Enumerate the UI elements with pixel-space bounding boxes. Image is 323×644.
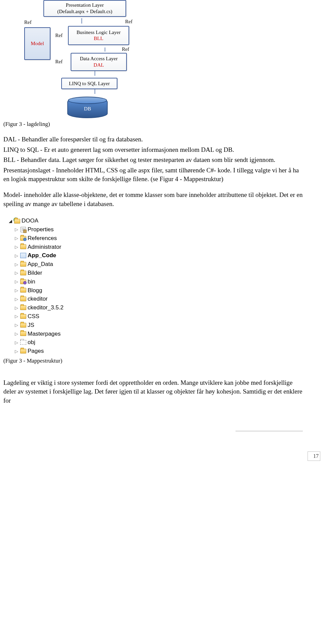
tree-item-icon [20,227,26,232]
tree-item-label: App_Code [28,251,56,260]
chevron-right-icon[interactable]: ▷ [14,262,19,267]
paragraph-bll: BLL - Behandler data. Laget sørger for s… [3,156,303,165]
chevron-right-icon[interactable]: ▷ [14,314,19,318]
dal-line2: DAL [73,62,125,68]
tree-item-label: JS [28,321,34,329]
tree-item[interactable]: ▷Administrator [14,243,96,251]
ref-label: Ref [51,32,64,39]
chevron-right-icon[interactable]: ▷ [14,227,19,232]
chevron-right-icon[interactable]: ▷ [14,245,19,249]
tree-item[interactable]: ▷CSS [14,312,96,321]
tree-item-label: Masterpages [28,330,61,338]
tree-item-icon [20,296,26,302]
tree-item-icon [20,340,26,345]
tree-item[interactable]: ▷ckeditor [14,295,96,303]
chevron-right-icon[interactable]: ▷ [14,297,19,301]
tree-item-label: Pages [28,347,44,355]
tree-item-icon [20,305,26,310]
tree-item-icon [20,314,26,319]
chevron-right-icon[interactable]: ▷ [14,323,19,327]
bll-box: Business Logic Layer BLL [68,26,129,45]
tree-root[interactable]: ◢ DOOA [8,216,96,225]
chevron-right-icon[interactable]: ▷ [14,279,19,284]
chevron-right-icon[interactable]: ▷ [14,349,19,353]
bll-line1: Business Logic Layer [70,29,127,36]
tree-item[interactable]: ▷bin [14,277,96,286]
page-number: 17 [308,451,320,461]
tree-item[interactable]: ▷JS [14,321,96,330]
tree-item[interactable]: ▷References [14,234,96,243]
tree-item-label: ckeditor [28,295,48,303]
db-label: DB [68,105,107,112]
model-box: Model [24,27,50,60]
tree-item-label: References [28,234,57,242]
chevron-right-icon[interactable]: ▷ [14,332,19,336]
tree-item[interactable]: ▷Blogg [14,286,96,295]
tree-item-label: Administrator [28,243,61,251]
tree-item-icon [20,331,26,336]
chevron-right-icon[interactable]: ▷ [14,306,19,310]
tree-item[interactable]: ▷ckeditor_3.5.2 [14,303,96,312]
tree-item-label: Blogg [28,286,42,295]
tree-item-label: Properties [28,226,53,234]
db-cylinder: DB [67,97,108,118]
chevron-right-icon[interactable]: ▷ [14,340,19,345]
ref-label: Ref [24,19,38,26]
chevron-right-icon[interactable]: ▷ [14,236,19,240]
tree-item-icon [20,253,26,258]
figure-3-caption: (Figur 3 - lagdeling) [3,120,303,128]
figure-mappestruktur-caption: (Figur 3 - Mappestruktur) [3,357,303,365]
tree-item-label: ckeditor_3.5.2 [28,304,64,312]
tree-item-icon [20,348,26,354]
tree-item-label: CSS [28,312,39,320]
bll-line2: BLL [70,35,127,42]
ref-label: Ref [51,58,64,65]
tree-item-icon [20,244,26,249]
footer-rule [236,431,303,431]
tree-item[interactable]: ▷Properties [14,225,96,234]
tree-item-icon [20,287,26,293]
layer-diagram: Presentation Layer (Default.aspx + Defau… [24,0,145,118]
paragraph-lagdeling: Lagdeling er viktig i store systemer for… [3,378,303,405]
chevron-down-icon[interactable]: ◢ [8,219,13,223]
solution-explorer-tree: ◢ DOOA ▷Properties▷References▷Administra… [8,216,96,355]
tree-item-icon [20,323,26,328]
ref-label: Ref [125,18,145,25]
tree-item[interactable]: ▷Masterpages [14,330,96,338]
tree-item[interactable]: ▷Bilder [14,269,96,277]
linq-box: LINQ to SQL Layer [61,78,117,90]
presentation-line1: Presentation Layer [46,2,123,8]
tree-item[interactable]: ▷App_Data [14,260,96,269]
paragraph-model: Model- inneholder alle klasse-objektene,… [3,191,303,208]
tree-item-label: obj [28,338,35,346]
tree-item-icon [20,270,26,276]
tree-item-label: Bilder [28,269,42,277]
chevron-right-icon[interactable]: ▷ [14,288,19,293]
dal-box: Data Access Layer DAL [71,53,127,71]
dal-line1: Data Access Layer [73,56,125,62]
ref-label: Ref [122,46,129,53]
chevron-right-icon[interactable]: ▷ [14,253,19,258]
presentation-line2: (Default.aspx + Default.cs) [46,8,123,15]
tree-item-icon [20,236,26,241]
tree-item-label: App_Data [28,260,53,268]
presentation-layer-box: Presentation Layer (Default.aspx + Defau… [43,0,126,17]
paragraph-presentation: Presentasjonslaget - Inneholder HTML, CS… [3,166,303,184]
tree-item[interactable]: ▷App_Code [14,251,96,260]
tree-root-label: DOOA [22,217,38,225]
chevron-right-icon[interactable]: ▷ [14,271,19,275]
tree-item-icon [20,279,26,284]
tree-item-label: bin [28,278,35,286]
tree-item[interactable]: ▷obj [14,338,96,347]
paragraph-dal: DAL - Behandler alle forespørsler til og… [3,135,303,144]
paragraph-linq: LINQ to SQL - Er et auto generert lag so… [3,145,303,155]
tree-item[interactable]: ▷Pages [14,347,96,355]
tree-item-icon [20,262,26,267]
